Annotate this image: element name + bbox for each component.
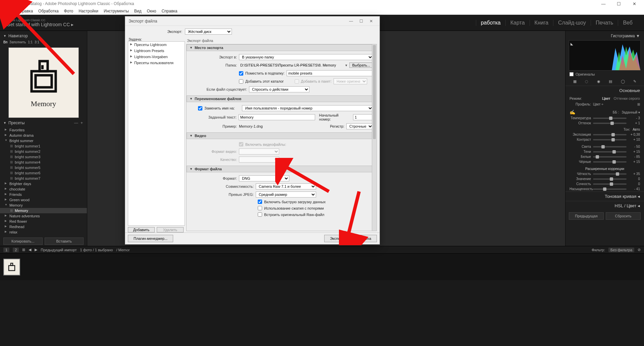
originals-checkbox[interactable] <box>569 72 574 76</box>
preset-category[interactable]: Пресеты пользователя <box>128 60 185 66</box>
folder-path-field[interactable] <box>239 62 343 68</box>
subfolder-checkbox[interactable] <box>239 71 243 76</box>
histogram[interactable]: ◣ <box>569 40 641 71</box>
grid-icon[interactable]: ⊞ <box>22 248 25 252</box>
menu-tools[interactable]: Инструменты <box>101 9 132 13</box>
profile-value[interactable]: Цвет ÷ <box>593 102 637 106</box>
choose-folder-button[interactable]: Выбрать... <box>349 62 373 68</box>
dialog-close-button[interactable]: ✕ <box>366 19 376 24</box>
case-select[interactable]: Строчные <box>346 123 373 129</box>
slider-track[interactable] <box>593 178 627 180</box>
module-map[interactable]: Карта <box>505 20 530 26</box>
nav-fill[interactable]: Заполнить <box>9 40 26 44</box>
preset-item[interactable]: bright summer1 <box>0 143 87 149</box>
menu-help[interactable]: Справка <box>159 9 180 13</box>
spot-tool-icon[interactable]: ◌ <box>585 79 588 84</box>
preset-folder[interactable]: Brighter days <box>0 181 87 186</box>
navigator-thumbnail[interactable]: Memory <box>8 47 79 118</box>
preset-category[interactable]: Lightroom-Vorgaben <box>128 54 185 60</box>
paste-button[interactable]: Вставить <box>45 237 84 245</box>
preset-folder[interactable]: Red flower <box>0 219 87 224</box>
preset-folder[interactable]: Redhead <box>0 224 87 229</box>
slider-track[interactable] <box>593 161 627 163</box>
file-format-select[interactable]: DNG <box>239 175 289 181</box>
treatment-color[interactable]: Цвет <box>602 96 610 100</box>
preset-item[interactable]: bright summer4 <box>0 160 87 165</box>
add-preset-button[interactable]: Добавить <box>128 227 155 232</box>
preset-folder[interactable]: Bright summer <box>0 138 87 143</box>
export-button[interactable]: Экспорт <box>324 235 349 242</box>
slider-track[interactable] <box>593 188 627 190</box>
tone-auto-button[interactable]: Авто <box>633 128 640 131</box>
presets-header[interactable]: ▼ Пресеты — + <box>0 119 87 127</box>
slider-track[interactable] <box>593 151 627 153</box>
window-minimize-button[interactable]: — <box>596 1 611 6</box>
radial-tool-icon[interactable]: ◯ <box>621 79 625 84</box>
prev-arrow-icon[interactable]: ◀ <box>29 248 31 252</box>
slider-track[interactable] <box>593 139 627 140</box>
get-started-link[interactable]: Get started with Lightroom CC ▸ <box>7 22 73 27</box>
if-exists-select[interactable]: Спросить о действии <box>249 86 309 92</box>
remove-preset-button[interactable]: Удалить <box>157 227 184 232</box>
preset-item[interactable]: bright summer2 <box>0 149 87 154</box>
hsl-header[interactable]: HSL / Цвет ◂ <box>565 201 644 210</box>
embed-raw-checkbox[interactable] <box>258 212 262 217</box>
preset-item[interactable]: bright summer3 <box>0 154 87 160</box>
slider-track[interactable] <box>593 134 627 135</box>
menu-file[interactable]: Файл <box>1 9 17 13</box>
preset-folder[interactable]: Green wood <box>0 197 87 203</box>
preset-item[interactable]: Memory <box>0 208 87 213</box>
module-print[interactable]: Печать <box>591 20 618 26</box>
lossy-checkbox[interactable] <box>258 206 262 210</box>
start-number-field[interactable] <box>353 114 373 120</box>
prev-import-label[interactable]: Предыдущий импорт <box>41 248 77 252</box>
module-book[interactable]: Книга <box>530 20 553 26</box>
subfolder-name-field[interactable] <box>287 70 373 76</box>
slider-track[interactable] <box>593 156 627 158</box>
rename-checkbox[interactable] <box>198 106 202 111</box>
wb-value[interactable]: Заданный ▾ <box>622 111 640 114</box>
custom-text-field[interactable] <box>239 114 315 120</box>
dialog-scrollbar[interactable] <box>372 44 377 231</box>
preset-folder[interactable]: Nature adventures <box>0 213 87 219</box>
preset-category[interactable]: Lightroom Presets <box>128 48 185 54</box>
slider-track[interactable] <box>593 118 627 119</box>
dialog-minimize-button[interactable]: — <box>346 19 356 24</box>
copy-button[interactable]: Копировать... <box>3 237 43 245</box>
dialog-maximize-button[interactable]: ☐ <box>356 19 366 24</box>
presets-add-icon[interactable]: — + <box>74 121 84 125</box>
preset-item[interactable]: bright summer6 <box>0 170 87 176</box>
window-close-button[interactable]: ✕ <box>627 1 642 6</box>
menu-settings[interactable]: Настройки <box>76 9 101 13</box>
reset-button[interactable]: Сбросить <box>606 212 641 220</box>
filmstrip-thumbnail[interactable] <box>3 259 20 275</box>
window-maximize-button[interactable]: ☐ <box>611 1 627 6</box>
slider-track[interactable] <box>593 173 627 175</box>
menu-window[interactable]: Окно <box>144 9 159 13</box>
preset-category[interactable]: Пресеты Lightroom <box>128 42 185 48</box>
add-catalog-checkbox[interactable] <box>239 79 243 84</box>
eyedropper-icon[interactable]: ✍ <box>569 110 575 115</box>
compatibility-select[interactable]: Camera Raw 7.1 и более <box>256 183 316 189</box>
preset-folder[interactable]: Favorites <box>0 127 87 133</box>
section-location-header[interactable]: ▼Место экспорта <box>187 44 377 51</box>
navigator-header[interactable]: ▼ Навигатор <box>0 32 87 40</box>
preset-folder[interactable]: Autumn drama <box>0 133 87 138</box>
page-1-badge[interactable]: 1 <box>3 248 9 252</box>
menu-view[interactable]: Вид <box>132 9 144 13</box>
preset-folder[interactable]: Memory <box>0 203 87 208</box>
export-settings-scroll[interactable]: ▼Место экспорта Экспорт в: В указанную п… <box>186 44 377 231</box>
export-to-select[interactable]: В указанную папку <box>239 54 373 60</box>
plugin-manager-button[interactable]: Плагин-менеджер... <box>128 235 173 242</box>
menu-edit[interactable]: Правка <box>17 9 36 13</box>
preset-folder[interactable]: Friends <box>0 192 87 197</box>
next-arrow-icon[interactable]: ▶ <box>35 248 37 252</box>
section-rename-header[interactable]: ▼Переименование файлов <box>187 95 377 102</box>
nav-1-1[interactable]: 1:1 <box>28 40 33 44</box>
rename-template-select[interactable]: Имя пользователя - порядковый номер <box>242 105 373 111</box>
page-2-badge[interactable]: 2 <box>13 248 19 252</box>
treatment-bw[interactable]: Оттенки серого <box>614 96 640 100</box>
module-slideshow[interactable]: Слайд-шоу <box>553 20 591 26</box>
crop-tool-icon[interactable]: ▦ <box>573 79 577 84</box>
jpeg-preview-select[interactable]: Средний размер <box>256 191 316 198</box>
